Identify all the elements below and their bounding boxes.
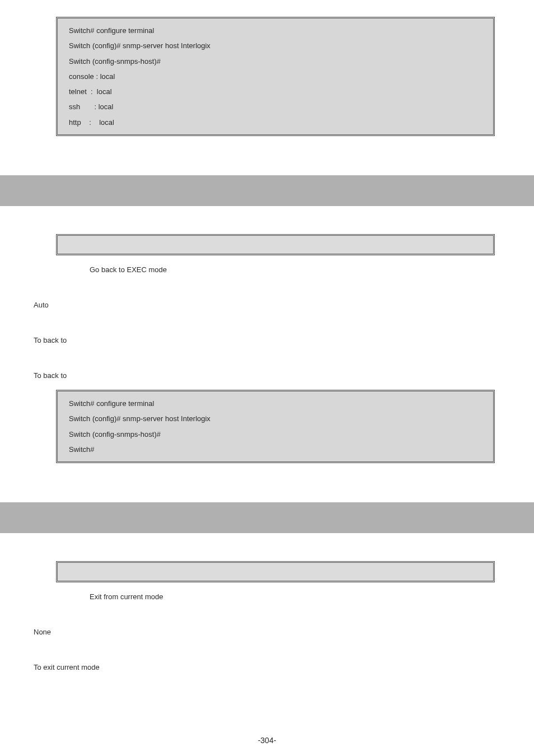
code-line: http : local — [69, 115, 482, 130]
code-block-2: Switch# configure terminal Switch (confi… — [56, 390, 495, 463]
section-divider — [0, 502, 534, 533]
usage-label: To exit current mode — [34, 663, 500, 671]
parameter-label: None — [34, 628, 500, 636]
code-line: Switch# configure terminal — [69, 396, 482, 411]
code-block-1: Switch# configure terminal Switch (confi… — [56, 17, 495, 136]
code-line: Switch# configure terminal — [69, 23, 482, 38]
syntax-box — [56, 561, 495, 582]
parameter-label: Auto — [34, 301, 500, 309]
default-label: To back to — [34, 336, 500, 344]
syntax-box — [56, 234, 495, 255]
page-number: -304- — [0, 736, 534, 745]
code-line: console : local — [69, 69, 482, 84]
code-line: Switch (config)# snmp-server host Interl… — [69, 38, 482, 53]
code-line: Switch (config-snmps-host)# — [69, 427, 482, 442]
description-text: Go back to EXEC mode — [90, 265, 500, 274]
description-text: Exit from current mode — [90, 592, 500, 601]
section-divider — [0, 175, 534, 206]
usage-label: To back to — [34, 371, 500, 380]
code-line: Switch (config)# snmp-server host Interl… — [69, 411, 482, 426]
code-line: ssh : local — [69, 99, 482, 114]
code-line: telnet : local — [69, 84, 482, 99]
code-line: Switch# — [69, 442, 482, 457]
code-line: Switch (config-snmps-host)# — [69, 54, 482, 69]
